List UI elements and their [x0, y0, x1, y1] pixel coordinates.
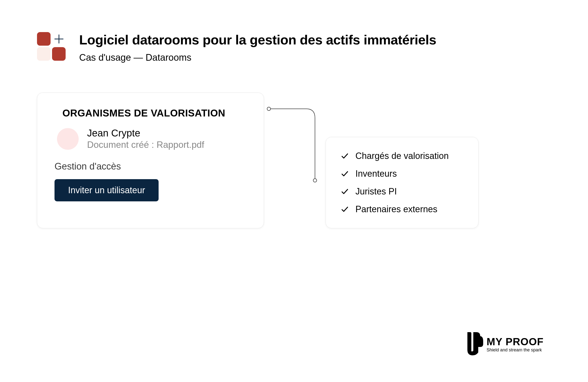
logo-square-1	[37, 32, 51, 46]
role-label: Juristes PI	[356, 186, 397, 197]
brand-name: MY PROOF	[487, 337, 544, 347]
app-logo	[37, 32, 66, 61]
svg-point-3	[313, 179, 317, 182]
check-icon	[341, 187, 349, 196]
logo-square-3	[37, 47, 51, 61]
organisation-card: ORGANISMES DE VALORISATION Jean Crypte D…	[37, 92, 264, 228]
card-title: ORGANISMES DE VALORISATION	[63, 108, 246, 119]
page-subtitle: Cas d'usage — Datarooms	[79, 52, 436, 63]
user-document: Document créé : Rapport.pdf	[87, 140, 204, 150]
logo-square-4	[52, 47, 66, 61]
list-item: Partenaires externes	[341, 204, 463, 214]
role-label: Inventeurs	[356, 169, 397, 179]
access-management-label: Gestion d'accès	[55, 161, 246, 172]
user-row: Jean Crypte Document créé : Rapport.pdf	[57, 128, 246, 150]
check-icon	[341, 205, 349, 213]
role-label: Chargés de valorisation	[356, 151, 449, 161]
brand-shield-icon	[466, 332, 483, 357]
list-item: Inventeurs	[341, 169, 463, 179]
page-title: Logiciel datarooms pour la gestion des a…	[79, 32, 436, 47]
svg-point-2	[267, 107, 271, 111]
role-label: Partenaires externes	[356, 204, 437, 214]
invite-user-button[interactable]: Inviter un utilisateur	[55, 179, 159, 201]
check-icon	[341, 152, 349, 160]
plus-icon	[52, 32, 66, 46]
user-name: Jean Crypte	[87, 128, 204, 139]
avatar	[57, 128, 79, 150]
brand-logo: MY PROOF Shield and stream the spark	[466, 332, 544, 357]
header-text: Logiciel datarooms pour la gestion des a…	[79, 32, 436, 63]
roles-list: Chargés de valorisation Inventeurs Juris…	[341, 151, 463, 214]
roles-card: Chargés de valorisation Inventeurs Juris…	[326, 137, 479, 228]
user-info: Jean Crypte Document créé : Rapport.pdf	[87, 128, 204, 150]
list-item: Chargés de valorisation	[341, 151, 463, 161]
check-icon	[341, 170, 349, 178]
content-area: ORGANISMES DE VALORISATION Jean Crypte D…	[37, 92, 551, 228]
brand-text: MY PROOF Shield and stream the spark	[487, 337, 544, 353]
list-item: Juristes PI	[341, 186, 463, 197]
page-header: Logiciel datarooms pour la gestion des a…	[37, 32, 551, 63]
brand-tagline: Shield and stream the spark	[487, 347, 544, 353]
